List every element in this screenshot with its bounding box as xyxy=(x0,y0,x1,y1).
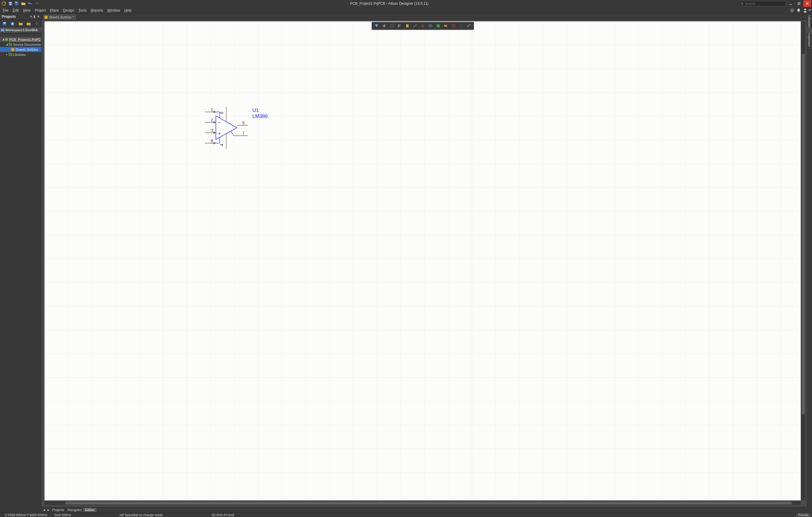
place-netlabel-icon[interactable]: D1 xyxy=(442,23,450,29)
footer-tabstrip: ◂ ▸ Projects Navigator Editor xyxy=(41,507,807,512)
footer-prev-icon[interactable]: ◂ xyxy=(42,508,46,512)
svg-text:3: 3 xyxy=(211,128,213,133)
menu-design[interactable]: Design xyxy=(61,8,76,13)
svg-text:7: 7 xyxy=(242,131,244,136)
panel-compile-icon[interactable] xyxy=(10,21,15,26)
panel-refresh-icon[interactable] xyxy=(34,21,39,26)
dock-tab-properties[interactable]: Properties xyxy=(807,30,812,49)
menu-edit[interactable]: Edit xyxy=(10,8,21,13)
move-icon[interactable] xyxy=(381,23,388,29)
close-button[interactable] xyxy=(803,0,811,7)
redo-icon[interactable] xyxy=(33,1,39,6)
menu-tools[interactable]: Tools xyxy=(76,8,89,13)
menu-project[interactable]: Project xyxy=(33,8,48,13)
projects-panel-header[interactable]: Projects ▾ ▮ ✕ xyxy=(0,14,41,20)
footer-next-icon[interactable]: ▸ xyxy=(46,508,51,512)
svg-rect-2 xyxy=(9,2,11,3)
footer-tab-navigator[interactable]: Navigator xyxy=(66,508,83,512)
svg-point-24 xyxy=(804,9,806,10)
place-arc-icon[interactable] xyxy=(466,23,473,29)
place-sheet-icon[interactable] xyxy=(435,23,442,29)
menu-reports[interactable]: Reports xyxy=(89,8,106,13)
global-search-input[interactable] xyxy=(745,2,785,5)
svg-text:8: 8 xyxy=(211,138,213,143)
place-port-icon[interactable] xyxy=(427,23,434,29)
expander-icon[interactable]: ◢ xyxy=(5,43,8,46)
undo-icon[interactable] xyxy=(27,1,33,6)
panels-button[interactable]: Panels xyxy=(796,513,811,517)
user-dropdown-icon[interactable] xyxy=(808,7,811,14)
place-text-icon[interactable]: A xyxy=(458,23,465,29)
schematic-sheet[interactable]: D1 ! A xyxy=(45,21,801,500)
component-designator[interactable]: U1 xyxy=(252,108,268,113)
search-icon xyxy=(741,2,744,5)
project-tree: Workspace1.DsnWrk ◢ PCB_Project1.PrjPCB … xyxy=(0,36,41,512)
tree-source-docs[interactable]: ◢ Source Documents xyxy=(0,42,41,47)
horizontal-scrollbar[interactable] xyxy=(45,501,801,505)
user-icon[interactable] xyxy=(802,7,808,14)
vertical-scrollbar[interactable] xyxy=(801,21,806,500)
save-icon[interactable] xyxy=(7,1,13,6)
tree-sheet[interactable]: Sheet1.SchDoc xyxy=(0,47,41,52)
svg-line-19 xyxy=(791,9,791,9)
svg-point-23 xyxy=(798,11,799,12)
notifications-icon[interactable] xyxy=(795,7,802,14)
menu-window[interactable]: Window xyxy=(106,8,122,13)
expander-icon[interactable]: ▸ xyxy=(5,53,8,56)
component-comment[interactable]: LM386 xyxy=(252,113,268,119)
svg-text:6: 6 xyxy=(220,112,224,114)
align-icon[interactable] xyxy=(396,23,403,29)
place-gnd-icon[interactable] xyxy=(419,23,426,29)
minimize-button[interactable] xyxy=(787,0,794,7)
svg-line-8 xyxy=(743,4,744,5)
svg-rect-28 xyxy=(11,23,13,25)
svg-rect-6 xyxy=(15,2,17,3)
panel-add-doc-icon[interactable] xyxy=(18,21,23,26)
svg-rect-26 xyxy=(3,22,6,24)
hscroll-thumb[interactable] xyxy=(65,501,792,505)
document-tab[interactable]: Sheet1.SchDoc * xyxy=(43,14,77,20)
settings-icon[interactable] xyxy=(789,7,795,14)
open-folder-icon[interactable] xyxy=(21,1,26,6)
footer-tab-editor[interactable]: Editor xyxy=(83,508,96,512)
svg-rect-38 xyxy=(390,24,394,27)
menu-help[interactable]: Help xyxy=(122,8,134,13)
menu-file[interactable]: File xyxy=(1,8,10,13)
select-rect-icon[interactable] xyxy=(388,23,396,29)
filter-icon[interactable] xyxy=(373,23,380,29)
menu-view[interactable]: View xyxy=(21,8,33,13)
panel-save-icon[interactable] xyxy=(2,21,7,26)
svg-line-21 xyxy=(793,9,793,9)
menu-bar: File Edit View Project Place Design Tool… xyxy=(0,7,812,14)
place-wire-icon[interactable] xyxy=(411,23,418,29)
panel-menu-icon[interactable]: ▾ xyxy=(30,15,32,18)
svg-rect-42 xyxy=(406,24,408,27)
document-tab-label: Sheet1.SchDoc * xyxy=(49,16,74,19)
vscroll-thumb[interactable] xyxy=(802,54,805,414)
folder-icon xyxy=(8,42,12,47)
svg-text:5: 5 xyxy=(242,120,244,125)
maximize-button[interactable] xyxy=(795,0,803,7)
svg-text:1: 1 xyxy=(211,107,213,112)
svg-text:−: − xyxy=(218,120,221,125)
svg-point-14 xyxy=(791,10,793,11)
title-bar: PCB_Project1.PrjPCB - Altium Designer (1… xyxy=(0,0,812,7)
expander-icon[interactable]: ◢ xyxy=(2,38,4,41)
schematic-component[interactable]: − + 1 2 3 8 5 7 6 4 xyxy=(205,108,255,152)
place-noerc-icon[interactable]: ! xyxy=(450,23,457,29)
global-search-box[interactable] xyxy=(739,1,786,6)
quick-access-toolbar xyxy=(1,1,39,6)
svg-rect-51 xyxy=(437,24,440,27)
tree-libraries[interactable]: ▸ Libraries xyxy=(0,52,41,57)
svg-line-22 xyxy=(791,11,791,12)
projects-panel: Projects ▾ ▮ ✕ Workspace1.DsnWrk ◢ xyxy=(0,14,41,512)
footer-tab-projects[interactable]: Projects xyxy=(51,508,66,512)
place-part-icon[interactable] xyxy=(404,23,411,29)
panel-pin-icon[interactable]: ▮ xyxy=(33,15,35,18)
panel-options-icon[interactable] xyxy=(26,21,31,26)
menu-place[interactable]: Place xyxy=(48,8,61,13)
status-coords: X:5900.000mil Y:4000.000mil xyxy=(1,513,51,517)
save-all-icon[interactable] xyxy=(14,1,20,6)
tree-project[interactable]: ◢ PCB_Project1.PrjPCB xyxy=(0,37,41,42)
panel-close-icon[interactable]: ✕ xyxy=(37,15,39,18)
